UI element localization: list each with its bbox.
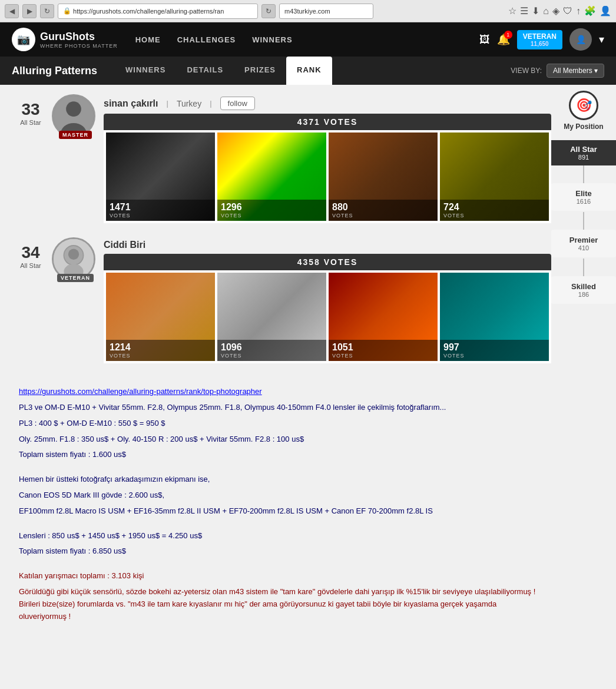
tab-rank[interactable]: RANK — [286, 57, 332, 85]
share-icon[interactable]: ↑ — [576, 6, 581, 16]
dropdown-chevron[interactable]: ▾ — [599, 33, 604, 46]
entry-content-33: sinan çakırlı | Turkey | follow 4371 VOT… — [104, 94, 551, 223]
username-34: Ciddi Biri — [104, 240, 145, 250]
photo-thumb-34-4[interactable]: 997 VOTES — [440, 273, 549, 361]
rank-number-34: 34 — [9, 243, 52, 262]
tab-winners[interactable]: WINNERS — [115, 57, 176, 85]
nav-home[interactable]: HOME — [135, 35, 161, 44]
tier-elite-count: 1616 — [551, 198, 616, 205]
main-layout: 33 All Star MASTER sinan çakırlı | — [0, 85, 616, 645]
country-33: Turkey — [177, 99, 201, 108]
photo-votes-34-1: 1214 VOTES — [106, 340, 215, 361]
tier-connector-2 — [583, 212, 584, 230]
photo-votes-33-1: 1471 VOTES — [106, 200, 215, 221]
sub-nav-links: WINNERS DETAILS PRIZES RANK — [115, 57, 332, 85]
download-icon[interactable]: ⬇ — [532, 5, 539, 16]
photo-thumb-33-4[interactable]: 724 VOTES — [440, 132, 549, 221]
logo-icon: 📷 — [12, 28, 35, 51]
notification-button[interactable]: 🔔 1 — [497, 33, 510, 46]
tier-connector-3 — [583, 259, 584, 276]
bookmark-icon[interactable]: ◈ — [552, 5, 559, 16]
photo-thumb-34-2[interactable]: 1096 VOTES — [217, 273, 326, 361]
tab-prizes[interactable]: PRIZES — [234, 57, 286, 85]
tab-details[interactable]: DETAILS — [176, 57, 234, 85]
tier-section: All Star 891 Elite 1616 Premier 410 Skil… — [551, 140, 616, 304]
reload-button[interactable]: ↻ — [40, 4, 54, 18]
refresh-button[interactable]: ↻ — [261, 4, 276, 18]
nav-challenges[interactable]: CHALLENGES — [177, 35, 236, 44]
veteran-badge[interactable]: VETERAN 11,650 — [517, 30, 562, 49]
rank-number-area-33: 33 All Star — [9, 94, 52, 126]
photo-votes-33-2: 1296 VOTES — [217, 200, 326, 221]
votes-bar-33: 4371 VOTES — [104, 114, 551, 130]
rank-tier-33: All Star — [9, 119, 52, 126]
text-para-7: EF100mm f2.8L Macro IS USM + EF16-35mm f… — [19, 505, 542, 518]
photo-votes-33-4: 724 VOTES — [440, 200, 549, 221]
tier-skilled[interactable]: Skilled 186 — [551, 276, 616, 304]
tier-all-star[interactable]: All Star 891 — [551, 140, 616, 165]
entry-header-33: sinan çakırlı | Turkey | follow — [104, 94, 551, 110]
tier-skilled-name: Skilled — [551, 282, 616, 291]
star-icon[interactable]: ☆ — [508, 5, 516, 16]
view-by-area: VIEW BY: All Members ▾ — [511, 64, 604, 78]
gallery-button[interactable]: 🖼 — [479, 34, 490, 46]
forward-button[interactable]: ▶ — [22, 4, 37, 18]
text-para-12: Katılan yarışmacı toplamı : 3.103 kişi — [19, 570, 542, 582]
photo-thumb-33-3[interactable]: 880 VOTES — [329, 132, 438, 221]
text-para-10: Toplam sistem fiyatı : 6.850 us$ — [19, 545, 542, 558]
text-para-3: Toplam sistem fiyatı : 1.600 us$ — [19, 449, 542, 461]
rank-tier-34: All Star — [9, 262, 52, 269]
top-navigation: 📷 GuruShots WHERE PHOTOS MATTER HOME CHA… — [0, 22, 616, 57]
home-icon[interactable]: ⌂ — [543, 6, 549, 16]
follow-button-33[interactable]: follow — [220, 97, 255, 110]
user-badge-veteran: VETERAN — [57, 274, 94, 282]
my-position-icon: 🎯 — [569, 91, 598, 120]
user-badge-master: MASTER — [59, 131, 92, 139]
shield-icon[interactable]: 🛡 — [563, 6, 572, 16]
notification-badge: 1 — [504, 31, 512, 39]
browser-bar: ◀ ▶ ↻ 🔒 https://gurushots.com/challenge/… — [0, 0, 616, 22]
photo-votes-34-2: 1096 VOTES — [217, 340, 326, 361]
votes-bar-34: 4358 VOTES — [104, 254, 551, 270]
extension-icon[interactable]: 🧩 — [584, 5, 596, 16]
view-by-select[interactable]: All Members ▾ — [547, 64, 604, 78]
photo-thumb-33-1[interactable]: 1471 VOTES — [106, 132, 215, 221]
lock-icon: 🔒 — [63, 7, 71, 15]
profile-icon[interactable]: 👤 — [600, 5, 611, 16]
photos-grid-34: 1214 VOTES 1096 VOTES 1051 VOTES — [104, 270, 551, 363]
photo-votes-34-3: 1051 VOTES — [329, 340, 438, 361]
text-content: https://gurushots.com/challenge/alluring… — [9, 377, 551, 635]
entry-header-34: Ciddi Biri — [104, 237, 551, 250]
tier-elite[interactable]: Elite 1616 — [551, 183, 616, 211]
username-33: sinan çakırlı — [104, 98, 158, 109]
photo-thumb-34-3[interactable]: 1051 VOTES — [329, 273, 438, 361]
svg-point-5 — [68, 249, 79, 260]
menu-icon[interactable]: ☰ — [520, 5, 528, 16]
text-para-6: Canon EOS 5D Mark III gövde : 2.600 us$, — [19, 489, 542, 502]
tier-allstar-name: All Star — [570, 145, 597, 154]
back-button[interactable]: ◀ — [5, 4, 19, 18]
rank-number-33: 33 — [9, 100, 52, 119]
photo-thumb-33-2[interactable]: 1296 VOTES — [217, 132, 326, 221]
user-avatar-nav[interactable]: 👤 — [569, 28, 592, 51]
search-bar[interactable]: m43turkiye.com — [279, 4, 373, 19]
nav-winners[interactable]: WINNERS — [252, 35, 292, 44]
my-position-label: My Position — [564, 122, 603, 131]
separator2-33: | — [210, 99, 211, 108]
avatar-area-33: MASTER — [52, 94, 99, 138]
text-para-0: PL3 ve OM-D E-M10 + Vivitar 55mm. F2.8, … — [19, 402, 542, 414]
url-bar[interactable]: 🔒 https://gurushots.com/challenge/alluri… — [58, 4, 258, 19]
tier-elite-name: Elite — [551, 189, 616, 198]
nav-links: HOME CHALLENGES WINNERS — [135, 35, 293, 44]
tier-premier-count: 410 — [551, 244, 616, 251]
logo-area[interactable]: 📷 GuruShots WHERE PHOTOS MATTER — [12, 28, 118, 51]
tier-premier[interactable]: Premier 410 — [551, 230, 616, 257]
rank-entry-33: 33 All Star MASTER sinan çakırlı | — [9, 94, 551, 223]
avatar-area-34: VETERAN — [52, 237, 99, 281]
entry-content-34: Ciddi Biri 4358 VOTES 1214 VOTES 1096 VO… — [104, 237, 551, 363]
photo-thumb-34-1[interactable]: 1214 VOTES — [106, 273, 215, 361]
text-para-5: Hemen bir üstteki fotoğrafçı arkadaşımız… — [19, 473, 542, 486]
tier-skilled-count: 186 — [551, 291, 616, 298]
top-photographer-link[interactable]: https://gurushots.com/challenge/alluring… — [19, 387, 542, 396]
rankings-area: 33 All Star MASTER sinan çakırlı | — [0, 85, 551, 645]
